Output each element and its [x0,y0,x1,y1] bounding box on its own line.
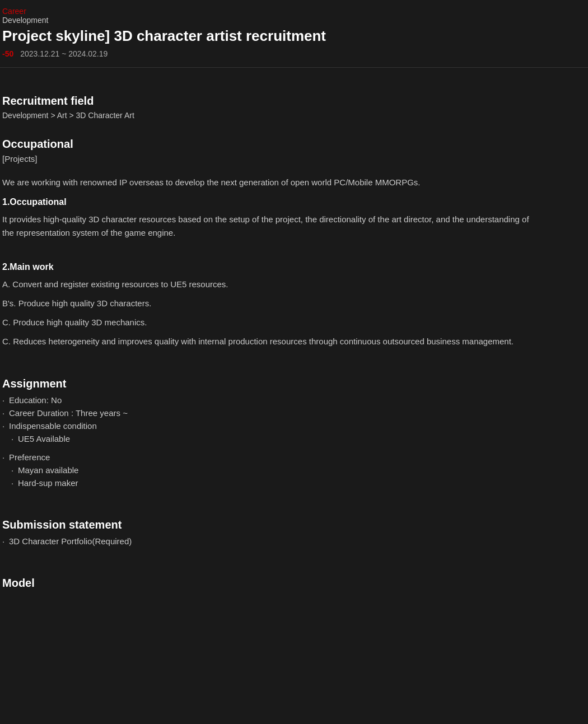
assignment-title: Assignment [2,377,540,390]
recruitment-section: Recruitment field Development > Art > 3D… [2,83,540,120]
mayan-item: Mayan available [2,464,540,477]
indispensable-item: Indispensable condition [2,419,540,432]
sub1-heading: 1.Occupational [2,197,540,207]
work-a: A. Convert and register existing resourc… [2,278,540,291]
date-range: 2023.12.21 ~ 2024.02.19 [20,49,108,58]
preference-item: Preference [2,451,540,464]
work-c: C. Produce high quality 3D mechanics. [2,316,540,329]
occupational-title: Occupational [2,138,540,151]
sub2-heading: 2.Main work [2,262,540,272]
assignment-list: Education: No Career Duration : Three ye… [2,394,540,445]
intro-text: We are working with renowned IP overseas… [2,176,540,189]
portfolio-item: 3D Character Portfolio(Required) [2,535,540,548]
breadcrumb-career: Career [2,7,579,16]
career-item: Career Duration : Three years ~ [2,407,540,419]
assignment-section: Assignment Education: No Career Duration… [2,366,540,489]
model-section: Model [2,566,540,590]
submission-title: Submission statement [2,519,540,531]
meta-row: -50 2023.12.21 ~ 2024.02.19 [2,49,579,58]
ue5-item: UE5 Available [2,432,540,445]
recruitment-title: Recruitment field [2,95,540,108]
work-d: C. Reduces heterogeneity and improves qu… [2,335,540,348]
education-item: Education: No [2,394,540,407]
submission-list: 3D Character Portfolio(Required) [2,535,540,548]
recruitment-field: Development > Art > 3D Character Art [2,111,540,120]
hardsup-item: Hard-sup maker [2,477,540,489]
page-title: Project skyline] 3D character artist rec… [2,27,579,46]
occupational-section: Occupational [Projects] We are working w… [2,138,540,348]
main-content: Recruitment field Development > Art > 3D… [0,68,549,630]
model-title: Model [2,577,540,590]
projects-label: [Projects] [2,154,540,164]
work-b: B's. Produce high quality 3D characters. [2,297,540,310]
header: Career Development Project skyline] 3D c… [0,0,588,68]
days-badge: -50 [2,49,13,58]
breadcrumb-development: Development [2,16,579,25]
sub1-text: It provides high-quality 3D character re… [2,213,540,240]
submission-section: Submission statement 3D Character Portfo… [2,507,540,548]
preference-list: Preference Mayan available Hard-sup make… [2,451,540,489]
